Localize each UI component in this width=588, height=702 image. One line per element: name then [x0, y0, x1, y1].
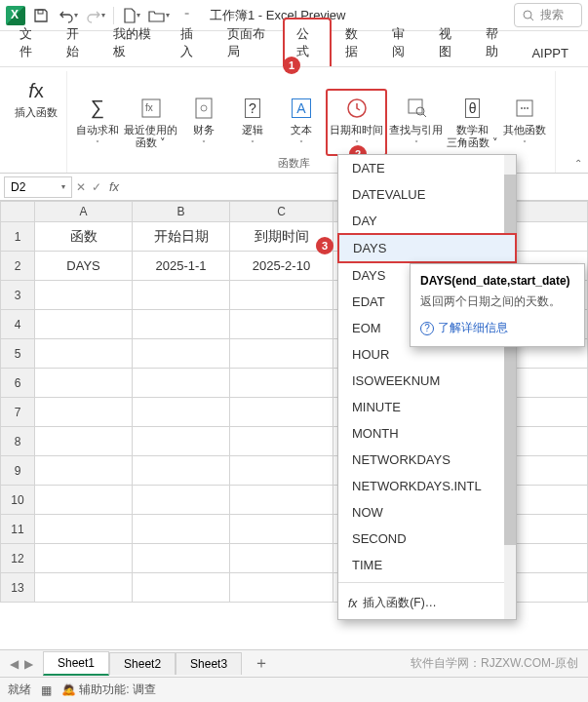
cell[interactable]: [133, 544, 230, 573]
cell[interactable]: [230, 281, 333, 310]
tab-data[interactable]: 数据: [333, 20, 378, 66]
fn-menu-item[interactable]: NETWORKDAYS: [338, 447, 516, 473]
cell[interactable]: [230, 573, 333, 603]
tab-review[interactable]: 审阅: [380, 20, 425, 66]
tab-view[interactable]: 视图: [427, 20, 472, 66]
cell[interactable]: [35, 339, 133, 369]
col-header-b[interactable]: B: [133, 201, 230, 222]
fn-menu-item[interactable]: DATEVALUE: [338, 181, 516, 208]
cell[interactable]: [35, 427, 133, 456]
sheet-nav-next-icon[interactable]: ▶: [24, 657, 33, 671]
recent-functions-button[interactable]: fx 最近使用的 函数 ˅: [122, 91, 179, 153]
row-header[interactable]: 7: [0, 398, 35, 427]
logical-button[interactable]: ? 逻辑˅: [228, 91, 277, 154]
row-header[interactable]: 2: [0, 252, 35, 281]
cell[interactable]: [133, 369, 230, 398]
accessibility-status[interactable]: 🙇 辅助功能: 调查: [61, 682, 156, 698]
fn-menu-item[interactable]: SECOND: [338, 526, 516, 552]
row-header[interactable]: 1: [0, 222, 35, 252]
cell[interactable]: [230, 427, 333, 456]
col-header-c[interactable]: C: [230, 201, 333, 222]
search-box[interactable]: 搜索: [514, 3, 582, 27]
row-header[interactable]: 3: [0, 281, 35, 310]
cell[interactable]: [35, 456, 133, 486]
sheet-tab-3[interactable]: Sheet3: [176, 652, 242, 675]
fn-menu-item[interactable]: DAY: [338, 208, 516, 234]
cell[interactable]: 开始日期: [133, 222, 230, 252]
row-header[interactable]: 10: [0, 486, 35, 515]
cell[interactable]: [133, 398, 230, 427]
cell[interactable]: [133, 456, 230, 486]
cell[interactable]: [133, 339, 230, 369]
cell[interactable]: [35, 573, 133, 603]
lookup-button[interactable]: 查找与引用˅: [387, 91, 445, 154]
fn-menu-item[interactable]: ISOWEEKNUM: [338, 368, 516, 394]
row-header[interactable]: 4: [0, 310, 35, 339]
tab-aippt[interactable]: AIPPT: [520, 40, 580, 66]
cell[interactable]: [230, 486, 333, 515]
chevron-down-icon[interactable]: ▾: [61, 182, 65, 191]
cell[interactable]: [230, 515, 333, 544]
add-sheet-button[interactable]: ＋: [242, 653, 281, 674]
row-header[interactable]: 8: [0, 427, 35, 456]
cell[interactable]: [35, 398, 133, 427]
cell[interactable]: [133, 573, 230, 603]
autosum-button[interactable]: ∑ 自动求和˅: [73, 91, 122, 154]
fn-menu-item[interactable]: NOW: [338, 499, 516, 526]
cell[interactable]: [230, 398, 333, 427]
fn-menu-item[interactable]: MINUTE: [338, 394, 516, 420]
scrollbar-thumb[interactable]: [504, 175, 516, 545]
fn-menu-item[interactable]: MONTH: [338, 420, 516, 447]
cell[interactable]: 2025-1-1: [133, 252, 230, 281]
cell[interactable]: [35, 544, 133, 573]
cell[interactable]: DAYS: [35, 252, 133, 281]
name-box[interactable]: D2 ▾: [4, 176, 72, 198]
cell[interactable]: [35, 281, 133, 310]
cell[interactable]: [133, 281, 230, 310]
text-button[interactable]: A 文本˅: [277, 91, 326, 154]
cell[interactable]: 函数: [35, 222, 133, 252]
accept-formula-icon[interactable]: ✓: [92, 180, 101, 194]
more-functions-button[interactable]: 其他函数˅: [500, 91, 549, 154]
cell[interactable]: [35, 515, 133, 544]
cell[interactable]: [133, 486, 230, 515]
cell[interactable]: [133, 427, 230, 456]
fx-icon[interactable]: fx: [109, 179, 119, 194]
row-header[interactable]: 12: [0, 544, 35, 573]
tab-templates[interactable]: 我的模板: [101, 20, 168, 66]
cell[interactable]: [35, 369, 133, 398]
sheet-tab-2[interactable]: Sheet2: [109, 652, 176, 675]
fn-menu-item[interactable]: NETWORKDAYS.INTL: [338, 473, 516, 499]
cell[interactable]: [230, 310, 333, 339]
sheet-nav-prev-icon[interactable]: ◀: [10, 657, 19, 671]
insert-function-button[interactable]: fx 插入函数: [12, 73, 60, 123]
sheet-tab-1[interactable]: Sheet1: [43, 651, 109, 676]
collapse-ribbon-icon[interactable]: ⌃: [572, 156, 584, 171]
tab-home[interactable]: 开始: [55, 20, 99, 66]
tooltip-help-link[interactable]: ? 了解详细信息: [420, 320, 574, 336]
tab-layout[interactable]: 页面布局: [216, 20, 282, 66]
fn-menu-item[interactable]: TIME: [338, 552, 516, 578]
financial-button[interactable]: 财务˅: [179, 91, 228, 154]
cancel-formula-icon[interactable]: ✕: [76, 180, 86, 194]
scrollbar[interactable]: [504, 155, 516, 619]
row-header[interactable]: 9: [0, 456, 35, 486]
cell[interactable]: [35, 486, 133, 515]
tab-insert[interactable]: 插入: [169, 20, 214, 66]
cell[interactable]: [230, 456, 333, 486]
col-header-a[interactable]: A: [35, 201, 133, 222]
cell[interactable]: [230, 544, 333, 573]
tab-file[interactable]: 文件: [8, 20, 53, 66]
cell[interactable]: [35, 310, 133, 339]
tab-help[interactable]: 帮助: [474, 20, 519, 66]
workbook-stats-icon[interactable]: ▦: [41, 683, 52, 697]
cell[interactable]: [133, 515, 230, 544]
row-header[interactable]: 6: [0, 369, 35, 398]
cell[interactable]: [230, 369, 333, 398]
fn-menu-item[interactable]: DATE: [338, 155, 516, 181]
row-header[interactable]: 11: [0, 515, 35, 544]
row-header[interactable]: 13: [0, 573, 35, 603]
cell[interactable]: [230, 339, 333, 369]
math-trig-button[interactable]: θ 数学和 三角函数 ˅: [445, 91, 500, 153]
fn-menu-item-days[interactable]: DAYS 3: [337, 233, 517, 263]
